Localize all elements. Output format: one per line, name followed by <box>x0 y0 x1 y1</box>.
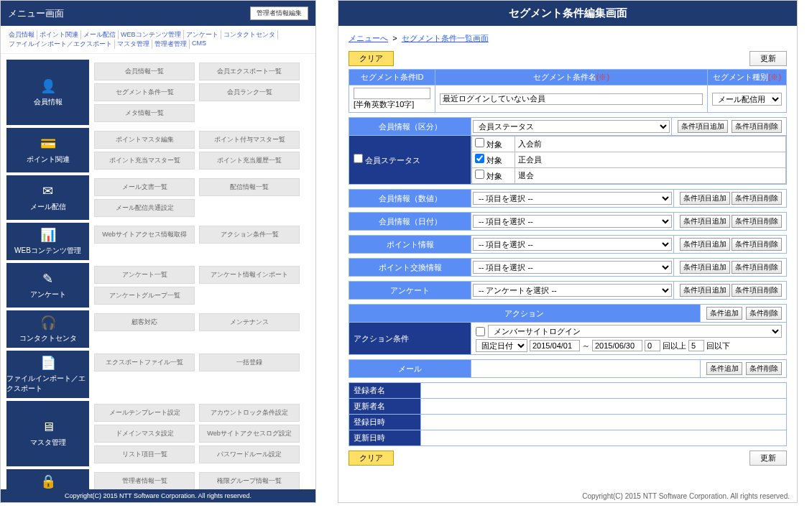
menu-button[interactable]: メールテンプレート設定 <box>94 404 195 422</box>
add-cond-button[interactable]: 条件項目追加 <box>680 215 730 228</box>
topnav-item[interactable]: 管理者管理 <box>152 40 190 49</box>
menu-row: 📊WEBコンテンツ管理Webサイトアクセス情報取得アクション条件一覧 <box>6 223 310 260</box>
clear-button-top[interactable]: クリア <box>349 51 394 66</box>
count-from-input[interactable] <box>645 340 660 351</box>
menu-button[interactable]: 権限グループ情報一覧 <box>199 472 300 489</box>
admin-edit-button[interactable]: 管理者情報編集 <box>250 6 308 20</box>
topnav-item[interactable]: ポイント関連 <box>37 30 81 40</box>
update-button-bottom[interactable]: 更新 <box>749 451 787 466</box>
topnav-item[interactable]: WEBコンテンツ管理 <box>119 30 184 40</box>
menu-button[interactable]: 会員情報一覧 <box>94 63 195 80</box>
category-block[interactable]: 👤会員情報 <box>6 60 89 125</box>
action-type-select[interactable]: メンバーサイトログイン <box>488 325 782 338</box>
section-select[interactable]: -- アンケートを選択 -- <box>473 284 672 297</box>
mail-del-rule-button[interactable]: 条件削除 <box>746 362 782 375</box>
menu-button[interactable]: パスワードルール設定 <box>199 445 300 463</box>
seg-name-input[interactable] <box>440 93 703 105</box>
category-block[interactable]: 🖥マスタ管理 <box>6 401 89 466</box>
menu-button[interactable]: ポイント充当履歴一覧 <box>199 152 300 170</box>
category-block[interactable]: 💳ポイント関連 <box>6 128 89 172</box>
menu-button[interactable]: アカウントロック条件設定 <box>199 404 300 422</box>
topnav-item[interactable]: マスタ管理 <box>115 40 152 49</box>
category-block[interactable]: 🎧コンタクトセンタ <box>6 310 89 348</box>
menu-button[interactable]: アンケート情報インポート <box>199 266 300 284</box>
status-checkbox[interactable] <box>475 138 484 147</box>
add-cond-button[interactable]: 条件項目追加 <box>680 238 730 251</box>
update-button-top[interactable]: 更新 <box>749 51 787 66</box>
member-cat-select[interactable]: 会員ステータス <box>473 120 670 133</box>
clear-button-bottom[interactable]: クリア <box>349 451 394 466</box>
del-cond-button[interactable]: 条件項目削除 <box>732 120 782 133</box>
seg-type-select[interactable]: メール配信用 <box>712 93 782 106</box>
menu-button[interactable]: メール配信共通設定 <box>94 199 195 217</box>
category-block[interactable]: ✎アンケート <box>6 263 89 308</box>
left-footer: Copyright(C) 2015 NTT Software Corporati… <box>1 489 315 502</box>
del-cond-button[interactable]: 条件項目削除 <box>732 192 782 205</box>
status-value: 退会 <box>515 168 786 184</box>
topnav-item[interactable]: ファイルインポート／エクスポート <box>6 40 115 49</box>
menu-button[interactable]: 会員ランク一覧 <box>199 83 300 101</box>
menu-button[interactable]: ポイントマスタ編集 <box>94 131 195 149</box>
del-cond-button[interactable]: 条件項目削除 <box>732 238 782 251</box>
menu-button[interactable]: 一括登録 <box>199 354 300 371</box>
status-checkbox[interactable] <box>475 154 484 163</box>
add-cond-button[interactable]: 条件項目追加 <box>680 192 730 205</box>
topnav-item[interactable]: コンタクトセンタ <box>221 30 278 40</box>
condition-section: 会員情報（日付）-- 項目を選択 --条件項目追加条件項目削除 <box>349 212 787 231</box>
category-block[interactable]: 📄ファイルインポート／エクスポート <box>6 351 89 398</box>
menu-button[interactable]: ポイント付与マスター覧 <box>199 131 300 149</box>
date-from-input[interactable] <box>530 340 580 351</box>
seg-id-input[interactable] <box>354 88 430 99</box>
category-label: WEBコンテンツ管理 <box>14 246 81 256</box>
del-rule-button[interactable]: 条件削除 <box>746 307 782 320</box>
menu-button[interactable]: アンケートグループ一覧 <box>94 287 195 305</box>
menu-button[interactable]: メンテナンス <box>199 313 300 331</box>
section-select[interactable]: -- 項目を選択 -- <box>473 192 672 205</box>
seg-type-header: セグメント種別(※) <box>708 70 787 86</box>
menu-button[interactable]: 会員エクスポート一覧 <box>199 63 300 80</box>
status-group-checkbox[interactable] <box>354 154 363 163</box>
menu-button[interactable]: エクスポートファイル一覧 <box>94 354 195 371</box>
category-block[interactable]: ✉メール配信 <box>6 175 89 220</box>
add-cond-button[interactable]: 条件項目追加 <box>680 284 730 297</box>
menu-button[interactable]: アクション条件一覧 <box>199 226 300 244</box>
topnav-item[interactable]: アンケート <box>184 30 221 40</box>
category-icon: 🔒 <box>40 474 56 489</box>
add-rule-button[interactable]: 条件追加 <box>706 307 742 320</box>
menu-button[interactable]: ドメインマスタ設定 <box>94 425 195 443</box>
del-cond-button[interactable]: 条件項目削除 <box>732 215 782 228</box>
menu-button[interactable]: リスト項目一覧 <box>94 445 195 463</box>
menu-button[interactable]: 管理者情報一覧 <box>94 472 195 489</box>
date-to-input[interactable] <box>592 340 642 351</box>
section-select[interactable]: -- 項目を選択 -- <box>473 261 672 274</box>
mail-add-rule-button[interactable]: 条件追加 <box>706 362 742 375</box>
info-label: 更新者名 <box>349 399 421 415</box>
bc-list-link[interactable]: セグメント条件一覧画面 <box>402 34 489 42</box>
menu-button[interactable]: メタ情報一覧 <box>94 104 195 122</box>
add-cond-button[interactable]: 条件項目追加 <box>680 261 730 274</box>
category-block[interactable]: 📊WEBコンテンツ管理 <box>6 223 89 260</box>
menu-button[interactable]: メール文書一覧 <box>94 178 195 196</box>
menu-button[interactable]: セグメント条件一覧 <box>94 83 195 101</box>
menu-button[interactable]: Webサイトアクセス情報取得 <box>94 226 195 244</box>
menu-button[interactable]: アンケート一覧 <box>94 266 195 284</box>
menu-button[interactable]: 配信情報一覧 <box>199 178 300 196</box>
menu-button[interactable]: ポイント充当マスター覧 <box>94 152 195 170</box>
bc-menu-link[interactable]: メニューへ <box>349 34 388 42</box>
topnav-item[interactable]: 会員情報 <box>6 30 37 40</box>
category-block[interactable]: 🔒管理者管理 <box>6 469 89 489</box>
count-to-input[interactable] <box>688 340 704 351</box>
section-select[interactable]: -- 項目を選択 -- <box>473 215 672 228</box>
topnav-item[interactable]: CMS <box>190 40 208 49</box>
menu-button[interactable]: Webサイトアクセスログ設定 <box>199 425 300 443</box>
menu-button[interactable]: 顧客対応 <box>94 313 195 331</box>
section-select[interactable]: -- 項目を選択 -- <box>473 238 672 251</box>
status-checkbox[interactable] <box>475 170 484 179</box>
del-cond-button[interactable]: 条件項目削除 <box>732 261 782 274</box>
action-row-checkbox[interactable] <box>476 327 485 336</box>
topnav-item[interactable]: メール配信 <box>81 30 119 40</box>
action-cond-label: アクション条件 <box>349 323 471 355</box>
add-cond-button[interactable]: 条件項目追加 <box>678 120 728 133</box>
del-cond-button[interactable]: 条件項目削除 <box>732 284 782 297</box>
date-type-select[interactable]: 固定日付 <box>476 339 527 352</box>
